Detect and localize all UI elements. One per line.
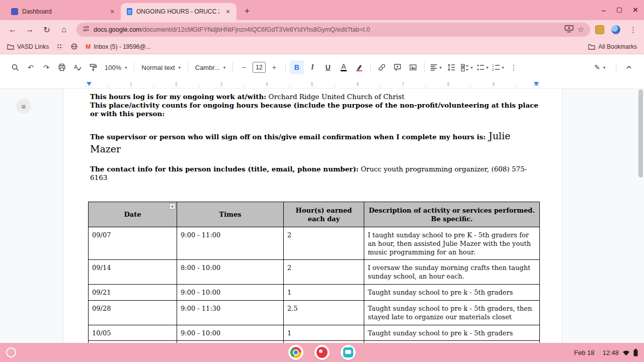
bookmark-site[interactable] xyxy=(71,43,77,50)
doc-paragraph-1[interactable]: This hours log is for my ongoing work at… xyxy=(90,93,538,101)
cell-date[interactable]: 10/05 xyxy=(89,325,177,341)
increase-font-size-button[interactable]: + xyxy=(267,60,281,74)
print-button[interactable] xyxy=(55,60,69,74)
cell-date[interactable]: 09/14 xyxy=(89,260,177,285)
tab-dashboard[interactable]: Dashboard × xyxy=(5,3,121,20)
battery-icon xyxy=(633,349,638,356)
highlight-color-button[interactable] xyxy=(352,60,366,74)
decrease-font-size-button[interactable]: − xyxy=(237,60,251,74)
cell-description[interactable]: I taught sunday school to pre K - 5th gr… xyxy=(364,227,540,260)
cell-hours[interactable]: 2.5 xyxy=(284,301,364,325)
home-icon[interactable]: ⌂ xyxy=(56,22,71,37)
toolbar-divider xyxy=(188,62,188,72)
doc-paragraph-2[interactable]: This place/activity counts for ongoing h… xyxy=(90,101,538,118)
hours-log-table: Date ▾ Times Hour(s) earned each day Des… xyxy=(88,202,540,343)
cell-date[interactable]: 09/28 xyxy=(89,301,177,325)
add-comment-button[interactable] xyxy=(390,60,405,74)
apps-shortcut[interactable] xyxy=(57,44,63,50)
insert-link-button[interactable] xyxy=(375,60,389,74)
table-header-date[interactable]: Date ▾ xyxy=(89,202,177,227)
doc-paragraph-4[interactable]: The contact info for this person include… xyxy=(90,165,538,182)
url-omnibox[interactable]: docs.google.com/document/d/12cMGtFYNdjbH… xyxy=(76,23,590,37)
back-icon[interactable]: ← xyxy=(5,22,20,37)
more-options-button[interactable]: ⋮ xyxy=(507,60,521,74)
zoom-dropdown[interactable]: 100% ▾ xyxy=(102,60,130,74)
redo-button[interactable]: ↷ xyxy=(39,60,53,74)
table-header-hours[interactable]: Hour(s) earned each day xyxy=(284,202,364,227)
cell-times[interactable]: 8:00 - 10:00 xyxy=(177,260,284,285)
refresh-icon[interactable]: ↻ xyxy=(39,22,54,37)
close-tab-icon[interactable]: × xyxy=(223,7,232,16)
bookmark-gmail-inbox[interactable]: M Inbox (5) - 19596@... xyxy=(86,43,151,50)
spell-check-button[interactable]: A xyxy=(70,60,85,74)
cell-hours[interactable]: 1 xyxy=(284,325,364,341)
bookmark-star-icon[interactable]: ☆ xyxy=(578,25,584,34)
table-header-description[interactable]: Description of activity or services perf… xyxy=(364,202,540,227)
document-page[interactable]: This hours log is for my ongoing work at… xyxy=(63,88,562,343)
line-spacing-button[interactable] xyxy=(444,60,458,74)
bold-button[interactable]: B xyxy=(290,60,304,74)
minimize-window-icon[interactable]: – xyxy=(602,6,606,15)
align-dropdown[interactable]: ▾ xyxy=(429,60,443,74)
cell-description[interactable]: Taught sunday school to pre k - 5th grad… xyxy=(364,285,540,301)
extension-icon-2[interactable] xyxy=(611,25,620,34)
column-sort-button[interactable]: ▾ xyxy=(169,203,176,210)
cell-times[interactable]: 9:00 - 11:00 xyxy=(177,227,284,260)
vertical-scrollbar[interactable] xyxy=(638,89,643,177)
chrome-app-button[interactable] xyxy=(288,345,303,360)
editing-mode-dropdown[interactable]: ✎ ▾ xyxy=(589,60,610,75)
underline-button[interactable]: U xyxy=(321,60,335,74)
left-indent-marker[interactable] xyxy=(87,82,92,86)
red-app-icon xyxy=(316,347,328,358)
send-to-device-icon[interactable] xyxy=(565,25,574,35)
cell-description[interactable]: I oversaw the sunday morning crafts then… xyxy=(364,260,540,285)
browser-menu-icon[interactable]: ⋮ xyxy=(627,25,639,34)
cell-date[interactable]: 09/21 xyxy=(89,285,177,301)
field-label: The supervisor or person who will sign o… xyxy=(90,133,486,141)
insert-image-button[interactable] xyxy=(406,60,420,74)
chevron-down-icon: ▾ xyxy=(486,65,488,70)
hide-menus-button[interactable] xyxy=(622,60,636,74)
forward-icon[interactable]: → xyxy=(22,22,37,37)
doc-paragraph-3[interactable]: The supervisor or person who will sign o… xyxy=(90,130,538,156)
shelf-date: Feb 18 xyxy=(574,349,594,356)
teal-app-button[interactable] xyxy=(341,345,356,360)
tab-ongoing-hours[interactable]: ONGOING HOURS - ORUCC 25- × xyxy=(121,3,236,20)
cell-hours[interactable]: 2 xyxy=(284,227,364,260)
close-tab-icon[interactable]: × xyxy=(108,7,117,16)
cell-times[interactable]: 9:00 - 10:00 xyxy=(177,325,284,341)
cell-description[interactable]: Taught sunday school to pre k - 5th grad… xyxy=(364,325,540,341)
cell-times[interactable]: 9:00 - 10:00 xyxy=(177,285,284,301)
font-family-dropdown[interactable]: Cambr... ▾ xyxy=(192,60,228,74)
new-tab-button[interactable]: + xyxy=(240,5,254,18)
numbered-list-dropdown[interactable]: 12 ▾ xyxy=(491,60,505,74)
cell-hours[interactable]: 1 xyxy=(284,285,364,301)
paragraph-style-dropdown[interactable]: Normal text ▾ xyxy=(138,60,183,74)
all-bookmarks-button[interactable]: All Bookmarks xyxy=(588,43,637,50)
undo-button[interactable]: ↶ xyxy=(24,60,38,74)
close-window-icon[interactable]: × xyxy=(633,5,638,15)
cell-description[interactable]: Taught sunday school to pre k - 5th grad… xyxy=(364,301,540,325)
red-app-button[interactable] xyxy=(314,345,330,360)
cell-hours[interactable]: 2 xyxy=(284,260,364,285)
right-indent-marker[interactable] xyxy=(534,82,539,86)
cell-date[interactable]: 09/07 xyxy=(89,227,177,260)
document-outline-button[interactable]: ≡ xyxy=(16,99,31,114)
field-label: The contact info for this person include… xyxy=(90,165,359,173)
launcher-button[interactable] xyxy=(6,347,16,357)
search-icon xyxy=(11,63,19,71)
cell-times[interactable]: 9:00 - 11:30 xyxy=(177,301,284,325)
site-settings-icon[interactable] xyxy=(83,25,90,34)
extension-icon-1[interactable] xyxy=(595,25,604,34)
font-size-input[interactable]: 12 xyxy=(253,62,266,73)
checklist-dropdown[interactable]: ▾ xyxy=(460,60,474,74)
italic-button[interactable]: I xyxy=(305,60,319,74)
text-color-button[interactable]: A xyxy=(337,60,351,74)
table-header-times[interactable]: Times xyxy=(177,202,284,227)
restore-window-icon[interactable] xyxy=(617,8,622,13)
bookmark-folder-vasd[interactable]: VASD Links xyxy=(7,43,49,50)
bulleted-list-dropdown[interactable]: ▾ xyxy=(475,60,490,74)
system-tray[interactable]: 12:48 xyxy=(602,349,638,356)
search-menus-button[interactable] xyxy=(8,60,22,74)
paint-format-button[interactable] xyxy=(86,60,100,74)
